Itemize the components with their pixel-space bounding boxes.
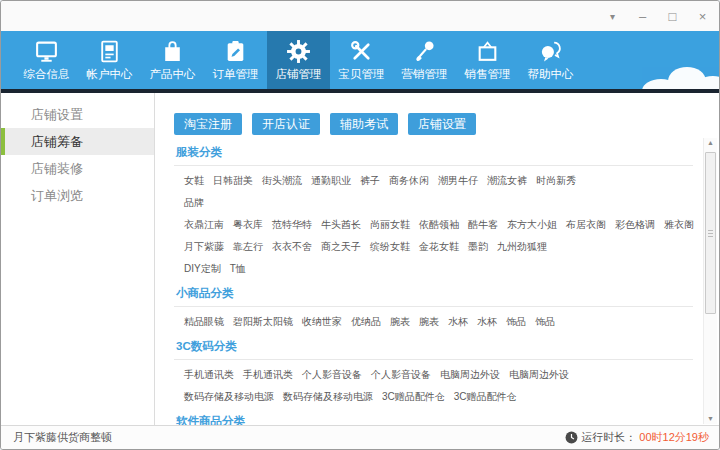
category-link[interactable]: 商务休闲 [389, 174, 429, 188]
vertical-scrollbar[interactable]: ▲ ▼ [703, 138, 717, 424]
toolbar-item-4[interactable]: 店铺管理 [267, 31, 330, 89]
category-link[interactable]: 金花女鞋 [419, 240, 459, 254]
scrollbar-thumb[interactable] [705, 152, 716, 314]
category-link[interactable]: 收纳世家 [302, 315, 342, 329]
category-link[interactable]: 电脑周边外设 [509, 368, 569, 382]
category-link[interactable]: 酷牛客 [468, 218, 498, 232]
category-link[interactable]: 电脑周边外设 [440, 368, 500, 382]
runtime-value: 00时12分19秒 [639, 430, 709, 445]
shop-gear-icon [286, 39, 311, 64]
category-link[interactable]: 通勤职业 [311, 174, 351, 188]
statusbar: 月下紫藤供货商整顿 运行时长： 00时12分19秒 [1, 425, 719, 449]
minimize-icon[interactable]: – [634, 8, 651, 25]
category-link[interactable]: 布居衣阁 [566, 218, 606, 232]
category-link[interactable]: 裤子 [360, 174, 380, 188]
category-link[interactable]: 个人影音设备 [302, 368, 362, 382]
category-link[interactable]: 手机通讯类 [243, 368, 293, 382]
sidebar-item-label: 店铺筹备 [31, 134, 83, 149]
toolbar-item-label: 营销管理 [402, 67, 448, 82]
category-link[interactable]: 碧阳斯太阳镜 [233, 315, 293, 329]
toolbar-item-label: 订单管理 [213, 67, 259, 82]
category-link[interactable]: 潮男牛仔 [438, 174, 478, 188]
category-link[interactable]: 饰品 [506, 315, 526, 329]
sidebar-item-3[interactable]: 订单浏览 [1, 182, 154, 209]
category-link[interactable]: 腕表 [390, 315, 410, 329]
category-link[interactable]: 依酷领袖 [419, 218, 459, 232]
link-row: DIY定制T恤 [174, 262, 693, 276]
category-link[interactable]: 雅衣阁 [664, 218, 694, 232]
category-sections: 服装分类女鞋日韩甜美街头潮流通勤职业裤子商务休闲潮男牛仔潮流女裤时尚新秀品牌衣鼎… [174, 145, 693, 426]
link-row: 数码存储及移动电源数码存储及移动电源3C赠品配件仓3C赠品配件仓 [174, 390, 693, 404]
toolbar-item-0[interactable]: 综合信息 [15, 31, 78, 89]
active-indicator [1, 128, 5, 155]
toolbar-item-6[interactable]: 营销管理 [393, 31, 456, 89]
category-link[interactable]: 靠左行 [233, 240, 263, 254]
toolbar-item-label: 综合信息 [24, 67, 70, 82]
toolbar-item-2[interactable]: 产品中心 [141, 31, 204, 89]
toolbar-item-7[interactable]: 销售管理 [456, 31, 519, 89]
category-link[interactable]: 饰品 [535, 315, 555, 329]
collapse-window-icon[interactable]: ▾ [604, 8, 621, 25]
category-link[interactable]: 粤衣库 [233, 218, 263, 232]
category-link[interactable]: 腕表 [419, 315, 439, 329]
category-link[interactable]: 时尚新秀 [536, 174, 576, 188]
close-icon[interactable]: × [694, 8, 711, 25]
category-link[interactable]: 品牌 [184, 196, 204, 210]
scroll-down-icon[interactable]: ▼ [707, 414, 714, 424]
account-card-icon [97, 39, 122, 64]
category-section: 小商品分类精品眼镜碧阳斯太阳镜收纳世家优纳品腕表腕表水杯水杯饰品饰品 [174, 286, 693, 329]
maximize-icon[interactable]: □ [664, 8, 681, 25]
sidebar-item-1[interactable]: 店铺筹备 [1, 128, 154, 155]
sidebar-item-0[interactable]: 店铺设置 [1, 101, 154, 128]
category-link[interactable]: 数码存储及移动电源 [184, 390, 274, 404]
category-link[interactable]: 精品眼镜 [184, 315, 224, 329]
category-link[interactable]: 东方大小姐 [507, 218, 557, 232]
action-button-3[interactable]: 店铺设置 [408, 113, 476, 135]
sidebar: 店铺设置店铺筹备店铺装修订单浏览 [1, 93, 155, 426]
category-link[interactable]: 日韩甜美 [213, 174, 253, 188]
sidebar-item-label: 订单浏览 [31, 188, 83, 203]
action-button-0[interactable]: 淘宝注册 [174, 113, 242, 135]
category-link[interactable]: 尚丽女鞋 [370, 218, 410, 232]
scrollbar-track[interactable] [704, 148, 717, 414]
link-row: 手机通讯类手机通讯类个人影音设备个人影音设备电脑周边外设电脑周边外设 [174, 368, 693, 382]
toolbar-item-5[interactable]: 宝贝管理 [330, 31, 393, 89]
action-button-1[interactable]: 开店认证 [252, 113, 320, 135]
marketing-mic-icon [412, 39, 437, 64]
toolbar-item-8[interactable]: 帮助中心 [519, 31, 582, 89]
category-link[interactable]: 个人影音设备 [371, 368, 431, 382]
sales-frame-icon [475, 39, 500, 64]
toolbar-item-3[interactable]: 订单管理 [204, 31, 267, 89]
toolbar-item-label: 产品中心 [150, 67, 196, 82]
category-link[interactable]: 彩色格调 [615, 218, 655, 232]
category-link[interactable]: 3C赠品配件仓 [382, 390, 445, 404]
category-link[interactable]: 水杯 [477, 315, 497, 329]
category-link[interactable]: 潮流女裤 [487, 174, 527, 188]
section-title: 小商品分类 [174, 286, 693, 307]
toolbar-item-1[interactable]: 帐户中心 [78, 31, 141, 89]
category-link[interactable]: 九州劲狐狸 [497, 240, 547, 254]
category-link[interactable]: T恤 [230, 262, 246, 276]
category-link[interactable]: 商之天子 [321, 240, 361, 254]
category-link[interactable]: DIY定制 [184, 262, 221, 276]
main-content: 淘宝注册开店认证辅助考试店铺设置 服装分类女鞋日韩甜美街头潮流通勤职业裤子商务休… [156, 93, 719, 426]
category-link[interactable]: 优纳品 [351, 315, 381, 329]
category-link[interactable]: 手机通讯类 [184, 368, 234, 382]
category-link[interactable]: 牛头酋长 [321, 218, 361, 232]
sidebar-item-2[interactable]: 店铺装修 [1, 155, 154, 182]
category-link[interactable]: 女鞋 [184, 174, 204, 188]
category-link[interactable]: 衣衣不舍 [272, 240, 312, 254]
scroll-up-icon[interactable]: ▲ [707, 138, 714, 148]
toolbar-item-label: 帮助中心 [528, 67, 574, 82]
category-link[interactable]: 缤纷女鞋 [370, 240, 410, 254]
category-link[interactable]: 水杯 [448, 315, 468, 329]
action-button-2[interactable]: 辅助考试 [330, 113, 398, 135]
category-link[interactable]: 墨韵 [468, 240, 488, 254]
category-link[interactable]: 衣鼎江南 [184, 218, 224, 232]
category-link[interactable]: 数码存储及移动电源 [283, 390, 373, 404]
category-link[interactable]: 月下紫藤 [184, 240, 224, 254]
category-link[interactable]: 3C赠品配件仓 [454, 390, 517, 404]
category-link[interactable]: 范特华特 [272, 218, 312, 232]
category-link[interactable]: 街头潮流 [262, 174, 302, 188]
app-body: 店铺设置店铺筹备店铺装修订单浏览 淘宝注册开店认证辅助考试店铺设置 服装分类女鞋… [1, 93, 719, 426]
